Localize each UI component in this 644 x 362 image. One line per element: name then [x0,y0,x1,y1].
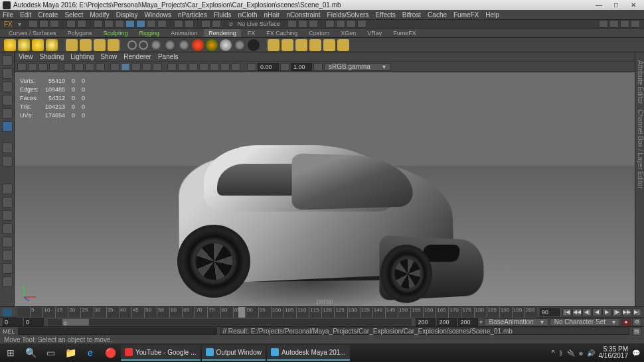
tex4-icon[interactable] [309,39,321,51]
shelf-tab-vray[interactable]: VRay [362,29,386,37]
vp-colorspace-dropdown[interactable]: sRGB gamma▾ [324,63,390,71]
menu-file[interactable]: File [3,11,13,19]
menu-windows[interactable]: Windows [144,11,171,19]
shelf-tab-curvessurfaces[interactable]: Curves / Surfaces [4,29,61,37]
shelf-tab-fxcaching[interactable]: FX Caching [262,29,302,37]
anim-start-field[interactable] [3,318,23,326]
layout-two-h[interactable] [2,210,13,221]
shelf-tab-animation[interactable]: Animation [166,29,202,37]
viewport-3d[interactable]: Verts:5541000Edges:10948500Faces:5431200… [15,72,635,306]
play-forward-button[interactable]: ▶ [602,308,611,316]
menu-nhair[interactable]: nHair [264,11,280,19]
tex1-icon[interactable] [268,39,280,51]
snap-plane-button[interactable] [157,20,167,28]
layout-four[interactable] [2,197,13,208]
step-forward-key-button[interactable]: ▶▶ [622,308,631,316]
history-button[interactable] [174,20,183,28]
edge-icon[interactable]: e [81,345,100,361]
prefs-button[interactable]: ⚙ [632,318,641,326]
softselect-tool[interactable] [2,143,13,153]
snap-curve-button[interactable] [136,20,145,28]
shelf-tab-polygons[interactable]: Polygons [63,29,97,37]
range-end-field[interactable] [416,318,436,326]
select-mode-button[interactable] [94,20,103,28]
anim-end-field[interactable] [437,318,457,326]
menu-bifrost[interactable]: Bifrost [402,11,421,19]
shader3-icon[interactable] [150,39,162,51]
search-icon[interactable]: 🔍 [21,345,40,361]
menu-cache[interactable]: Cache [428,11,447,19]
area-light-icon[interactable] [46,39,58,51]
vp-xray-joints[interactable] [189,63,198,71]
tray-volume-icon[interactable]: 🔊 [587,349,595,357]
current-frame-field[interactable] [540,308,560,316]
point-light-icon[interactable] [18,39,30,51]
system-tray[interactable]: ^ ᛒ 🔌 ๏ 🔊 5:35 PM 4/16/2017 💬 [552,346,643,359]
shelf-tab-fumefx[interactable]: FumeFX [388,29,421,37]
shader5-icon[interactable] [178,39,190,51]
vpmenu-renderer[interactable]: Renderer [123,53,151,60]
step-forward-button[interactable]: |▶ [612,308,621,316]
vp-gate-mask[interactable] [96,63,105,71]
history2-button[interactable] [185,20,194,28]
close-button[interactable]: ✕ [629,1,637,9]
shelf-tab-xgen[interactable]: XGen [336,29,361,37]
panel-button-4[interactable] [357,20,366,28]
move-tool[interactable] [2,82,13,92]
layout-two-v[interactable] [2,223,13,234]
redo-button[interactable] [77,20,86,28]
vp-textured[interactable] [131,63,141,71]
tray-power-icon[interactable]: 🔌 [567,349,575,357]
snap-point-button[interactable] [147,20,156,28]
menu-effects[interactable]: Effects [375,11,395,19]
tex5-icon[interactable] [323,39,335,51]
range-handle[interactable]: 0 [62,319,89,326]
vpmenu-view[interactable]: View [19,53,33,60]
range-start-field[interactable] [24,318,44,326]
vp-isolate[interactable] [167,63,177,71]
menu-fluids[interactable]: Fluids [214,11,232,19]
account-button[interactable] [599,20,608,28]
vp-resolution-gate[interactable] [85,63,94,71]
maximize-button[interactable]: □ [612,1,620,9]
workspace-dropdown[interactable]: FX [4,21,13,28]
menu-modify[interactable]: Modify [90,11,109,19]
vp-shaded[interactable] [121,63,130,71]
vp-lock-camera[interactable] [28,63,37,71]
paint-button[interactable] [115,20,124,28]
tray-up-icon[interactable]: ^ [552,349,555,357]
go-to-end-button[interactable]: ▶| [632,308,641,316]
shelf-tab-rendering[interactable]: Rendering [204,29,241,37]
menu-select[interactable]: Select [64,11,83,19]
notifications-icon[interactable]: 💬 [632,349,640,357]
vp-colorspace-icon[interactable] [313,63,323,71]
new-scene-button[interactable] [29,20,38,28]
tray-network-icon[interactable]: ๏ [579,348,583,358]
explorer-icon[interactable]: 📁 [61,345,80,361]
panel-button-2[interactable] [336,20,345,28]
chrome-icon[interactable]: 🔴 [101,345,120,361]
shader-dark-icon[interactable] [248,39,260,51]
vp-motion-blur[interactable] [210,63,219,71]
vp-exposure-icon[interactable] [247,63,256,71]
ipr-button[interactable] [212,20,221,28]
layout-script[interactable] [2,276,13,287]
vp-dof[interactable] [231,63,240,71]
attribute-editor-tab[interactable]: Attribute Editor [635,58,644,107]
script-editor-button[interactable]: ▤ [632,328,641,335]
clock[interactable]: 5:35 PM 4/16/2017 [599,346,629,359]
open-scene-button[interactable] [39,20,48,28]
shader-red-icon[interactable] [192,39,204,51]
panel-button-3[interactable] [347,20,356,28]
menu-fieldssolvers[interactable]: Fields/Solvers [327,11,369,19]
taskbar-app-output[interactable]: Output Window [202,345,266,361]
vp-shadows[interactable] [153,63,162,71]
play-back-button[interactable]: ◀ [592,308,602,316]
command-input[interactable] [18,328,217,335]
shelf-tab-custom[interactable]: Custom [304,29,334,37]
scale-tool[interactable] [2,108,13,119]
shader-grey-icon[interactable] [220,39,232,51]
shader1-icon[interactable] [127,40,137,50]
toggle-panel-1[interactable] [609,20,619,28]
vp-xray[interactable] [178,63,187,71]
